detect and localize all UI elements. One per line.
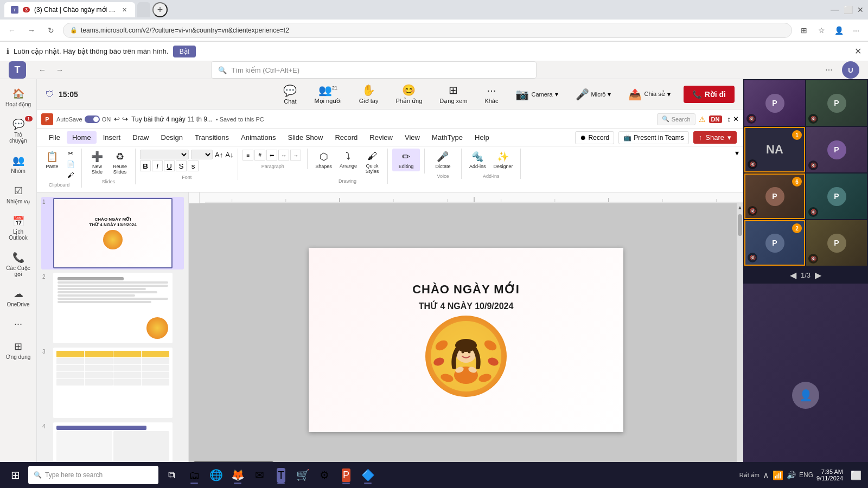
bold-btn[interactable]: B	[140, 160, 151, 171]
menu-insert[interactable]: Insert	[98, 131, 126, 144]
taskbar-app-powerpoint[interactable]: P	[336, 465, 356, 485]
sidebar-item-apps[interactable]: ⊞ Ứng dụng	[2, 336, 35, 364]
video-prev-btn[interactable]: ◀	[790, 270, 796, 280]
menu-slideshow[interactable]: Slide Show	[282, 131, 328, 144]
favorites-btn[interactable]: ☆	[814, 23, 829, 38]
scroll-up-icon[interactable]: ▲	[737, 204, 743, 210]
menu-design[interactable]: Design	[156, 131, 188, 144]
extensions-btn[interactable]: ⊞	[796, 23, 812, 38]
taskbar-clock[interactable]: 7:35 AM 9/11/2024	[816, 468, 847, 481]
taskbar-app-explorer[interactable]: 🗂	[184, 465, 204, 485]
dictate-btn[interactable]: 🎤 Dictate	[429, 149, 457, 171]
taskbar-app-extra1[interactable]: 🔷	[358, 465, 378, 485]
copy-btn[interactable]: 📄	[64, 159, 77, 169]
editing-mode-btn[interactable]: ✏ Editing	[392, 149, 420, 171]
quick-styles-btn[interactable]: 🖌 QuickStyles	[361, 149, 383, 176]
camera-btn[interactable]: 📷 Camera ▾	[511, 85, 562, 104]
raise-hand-btn[interactable]: ✋ Giơ tay	[355, 80, 383, 108]
menu-mathtype[interactable]: MathType	[426, 131, 468, 144]
video-next-btn[interactable]: ▶	[815, 270, 821, 280]
designer-btn[interactable]: ✨ Designer	[490, 149, 516, 171]
sidebar-item-chat[interactable]: 💬 Trò chuyện 1	[2, 114, 35, 148]
network-icon[interactable]: 📶	[773, 470, 783, 480]
profile-btn[interactable]: 👤	[831, 23, 846, 38]
menu-record[interactable]: Record	[329, 131, 363, 144]
settings-btn[interactable]: ···	[820, 61, 838, 79]
inactive-tab[interactable]	[137, 2, 150, 17]
taskbar-taskview-btn[interactable]: ⧉	[161, 465, 182, 485]
menu-review[interactable]: Review	[364, 131, 398, 144]
menu-view[interactable]: View	[399, 131, 425, 144]
collapse-ribbon-arrow[interactable]: ▾	[735, 149, 739, 157]
taskbar-app-chrome[interactable]: 🌐	[206, 465, 226, 485]
share-btn[interactable]: 📤 Chia sẻ ▾	[624, 85, 674, 104]
notification-action-btn[interactable]: Bật	[173, 46, 196, 57]
close-btn[interactable]: ✕	[857, 5, 864, 14]
align-left-btn[interactable]: ⬅	[266, 150, 277, 160]
menu-file[interactable]: File	[43, 131, 66, 144]
cut-btn[interactable]: ✂	[64, 149, 77, 158]
paste-btn[interactable]: 📋 Paste	[41, 149, 63, 171]
present-in-teams-btn[interactable]: 📺 Present in Teams	[618, 131, 689, 144]
ppt-search[interactable]: 🔍 Search	[657, 113, 695, 125]
bullets-btn[interactable]: ≡	[242, 150, 253, 160]
minimize-btn[interactable]: —	[831, 5, 839, 15]
slide-panel[interactable]: 1 CHÀO NGÀY MỚITHỨ 4 NGÀY 10/9/2024 2	[37, 192, 189, 476]
nav-refresh-btn[interactable]: ↻	[43, 23, 59, 38]
volume-icon[interactable]: 🔊	[787, 471, 796, 479]
teams-forward-btn[interactable]: →	[52, 62, 67, 78]
new-slide-btn[interactable]: ➕ NewSlide	[86, 149, 108, 177]
menu-animations[interactable]: Animations	[235, 131, 281, 144]
tab-close-btn[interactable]: ✕	[120, 5, 129, 14]
autosave-toggle[interactable]: AutoSave ON	[56, 115, 111, 123]
show-hidden-icon[interactable]: ∧	[763, 470, 769, 480]
font-increase-btn[interactable]: A↑	[215, 151, 223, 159]
taskbar-start-btn[interactable]: ⊞	[4, 464, 26, 486]
slide-main[interactable]: ▲ ▼ CHÀO NGÀY MỚI	[189, 203, 743, 476]
sidebar-item-teams[interactable]: 👥 Nhóm	[2, 150, 35, 178]
active-tab[interactable]: T 3 (3) Chat | Chào ngày mới 7/... ✕	[4, 2, 135, 17]
more-options-btn[interactable]: ··· Khác	[480, 81, 502, 107]
align-center-btn[interactable]: ↔	[278, 150, 289, 160]
menu-transitions[interactable]: Transitions	[189, 131, 234, 144]
autosave-switch[interactable]	[85, 115, 100, 123]
show-desktop-btn[interactable]: ⬜	[851, 470, 861, 480]
font-family-select[interactable]	[140, 150, 189, 159]
leave-meeting-btn[interactable]: 📞 Rời đi	[684, 86, 735, 103]
more-btn[interactable]: ···	[848, 23, 864, 38]
sidebar-item-outlook[interactable]: 📅 Lịch Outlook	[2, 211, 35, 245]
redo-btn[interactable]: ↪	[122, 115, 128, 123]
sidebar-item-onedrive[interactable]: ☁ OneDrive	[2, 284, 35, 312]
nav-forward-btn[interactable]: →	[24, 23, 39, 38]
reuse-slides-btn[interactable]: ♻ ReuseSlides	[109, 149, 131, 177]
search-bar[interactable]: 🔍 Tìm kiếm (Ctrl+Alt+E)	[211, 61, 537, 79]
sidebar-item-tasks[interactable]: ☑ Nhiệm vụ	[2, 181, 35, 209]
apps-view-btn[interactable]: ⊞ Dạng xem	[435, 80, 471, 108]
address-bar[interactable]: 🔒 teams.microsoft.com/v2/?culture=vi-vn&…	[63, 23, 792, 38]
menu-home[interactable]: Home	[67, 131, 97, 144]
mic-btn[interactable]: 🎤 Micrô ▾	[571, 85, 616, 104]
record-group-btn[interactable]: ⏺ Record	[575, 131, 615, 144]
taskbar-app-mail[interactable]: ✉	[250, 465, 269, 485]
collapse-ribbon-btn[interactable]: ↕	[727, 115, 731, 123]
scrollbar-vertical[interactable]: ▲ ▼	[737, 203, 743, 476]
undo-btn[interactable]: ↩	[114, 115, 120, 123]
menu-draw[interactable]: Draw	[127, 131, 154, 144]
user-avatar[interactable]: U	[842, 61, 859, 79]
restore-btn[interactable]: ⬜	[844, 5, 853, 14]
shadow-btn[interactable]: s	[188, 160, 199, 171]
new-tab-button[interactable]: +	[152, 2, 168, 17]
sidebar-item-activity[interactable]: 🏠 Hoạt động	[2, 84, 35, 112]
notification-close-btn[interactable]: ✕	[854, 46, 861, 56]
share-ppt-btn[interactable]: ↑ Share ▾	[693, 131, 737, 144]
format-painter-btn[interactable]: 🖌	[64, 170, 77, 180]
shapes-btn[interactable]: ⬡ Shapes	[312, 149, 335, 171]
taskbar-app-store[interactable]: 🛒	[293, 465, 312, 485]
keyboard-layout[interactable]: ENG	[799, 471, 813, 479]
align-right-btn[interactable]: →	[290, 150, 301, 160]
italic-btn[interactable]: I	[152, 160, 163, 171]
taskbar-search-box[interactable]: 🔍 Type here to search	[28, 466, 158, 484]
arrange-btn[interactable]: ⤵ Arrange	[336, 149, 360, 171]
sidebar-item-more[interactable]: ···	[2, 314, 35, 334]
taskbar-app-settings[interactable]: ⚙	[315, 465, 334, 485]
